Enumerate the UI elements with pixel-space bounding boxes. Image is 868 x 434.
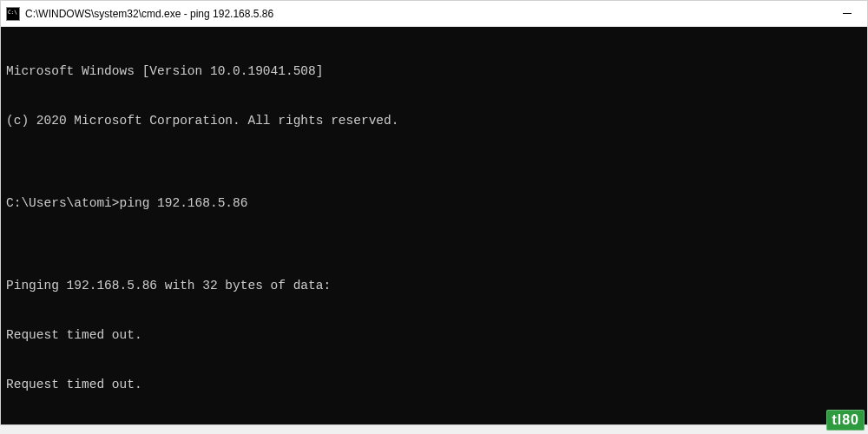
terminal-output[interactable]: Microsoft Windows [Version 10.0.19041.50… — [1, 27, 867, 424]
terminal-line: Microsoft Windows [Version 10.0.19041.50… — [6, 63, 862, 80]
minimize-button[interactable] — [827, 1, 867, 26]
watermark-text: tl80 — [832, 412, 859, 427]
title-bar[interactable]: C:\WINDOWS\system32\cmd.exe - ping 192.1… — [1, 1, 867, 27]
terminal-line: (c) 2020 Microsoft Corporation. All righ… — [6, 113, 862, 129]
watermark-badge: tl80 — [826, 410, 865, 431]
window-title: C:\WINDOWS\system32\cmd.exe - ping 192.1… — [25, 8, 827, 20]
terminal-line: Pinging 192.168.5.86 with 32 bytes of da… — [6, 278, 862, 294]
terminal-line: C:\Users\atomi>ping 192.168.5.86 — [6, 195, 862, 212]
terminal-line: Request timed out. — [6, 327, 862, 344]
minimize-icon — [843, 13, 852, 14]
cmd-icon — [6, 7, 20, 21]
cmd-window: C:\WINDOWS\system32\cmd.exe - ping 192.1… — [0, 0, 868, 425]
window-controls — [827, 1, 867, 26]
terminal-line: Request timed out. — [6, 377, 862, 393]
